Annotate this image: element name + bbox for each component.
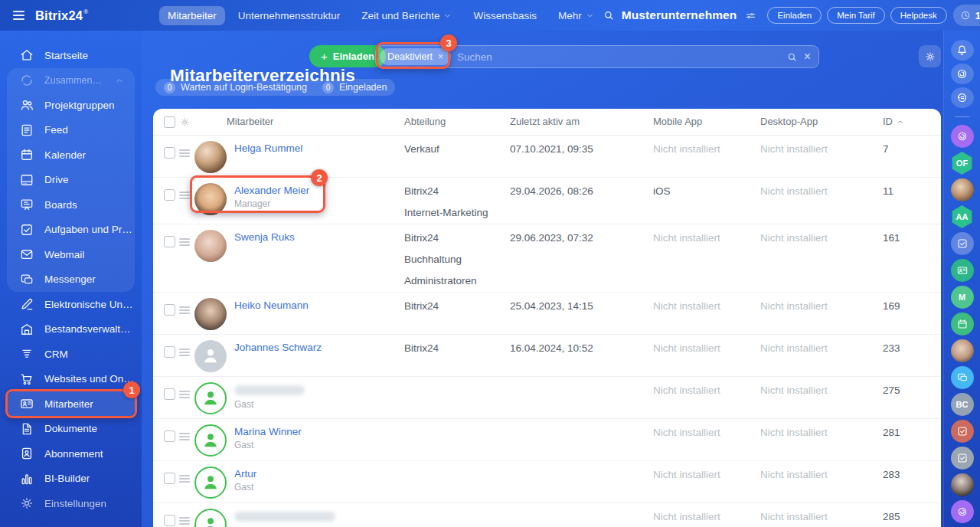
rail-tasks-item[interactable] <box>951 232 974 255</box>
drag-handle-icon[interactable] <box>179 306 194 314</box>
sidebar-item-zusammenarbeit[interactable]: Zusammenarbeit <box>7 68 135 93</box>
rail-tasks-item[interactable] <box>951 420 974 443</box>
menu-icon[interactable] <box>13 11 24 20</box>
search-icon[interactable] <box>786 51 798 63</box>
rail-chat-of[interactable]: OF <box>951 152 974 175</box>
row-checkbox[interactable] <box>164 346 175 358</box>
company-search[interactable]: Musterunternehmen <box>603 8 757 22</box>
sidebar-item-feed[interactable]: Feed <box>7 118 135 143</box>
employee-link[interactable]: Johannes Schwarz <box>234 341 322 355</box>
grid-settings-button[interactable] <box>919 45 941 67</box>
sidebar-item-einstellungen[interactable]: Einstellungen <box>7 491 135 516</box>
rail-chat-aa[interactable]: AA <box>951 205 974 228</box>
sidebar-item-projektgruppen[interactable]: Projektgruppen <box>7 93 135 118</box>
tab-wissensbasis[interactable]: Wissensbasis <box>465 6 545 25</box>
drag-handle-icon[interactable] <box>179 475 194 483</box>
avatar[interactable] <box>194 509 227 527</box>
time-widget[interactable]: 13:17 <box>953 5 980 26</box>
avatar[interactable] <box>194 298 227 330</box>
drag-handle-icon[interactable] <box>179 238 194 246</box>
rail-avatar[interactable] <box>951 473 974 496</box>
sidebar-item-crm[interactable]: CRM <box>7 342 135 367</box>
rail-avatar[interactable] <box>951 339 974 362</box>
rail-card-item[interactable] <box>951 259 974 282</box>
drag-handle-icon[interactable] <box>179 191 194 199</box>
row-checkbox[interactable] <box>164 304 175 316</box>
sidebar-item-bestandsverwaltung[interactable]: Bestandsverwaltung <box>7 317 135 342</box>
employee-link[interactable]: Artur <box>234 467 256 481</box>
employee-link[interactable]: Marina Winner <box>234 425 302 439</box>
rail-tasks-item[interactable] <box>951 447 974 470</box>
sidebar-item-mitarbeiter[interactable]: Mitarbeiter <box>7 391 135 417</box>
sidebar-item-bi-builder[interactable]: BI-Builder <box>7 466 135 492</box>
rail-copilot-item[interactable] <box>951 125 974 148</box>
row-checkbox[interactable] <box>164 236 175 247</box>
employee-link[interactable]: Helga Rummel <box>234 142 302 155</box>
filter-sliders-slot[interactable] <box>745 10 756 21</box>
column-header-mitarbeiter[interactable]: Mitarbeiter <box>194 109 404 127</box>
sidebar-item-startseite[interactable]: Startseite <box>7 43 135 68</box>
avatar[interactable] <box>194 230 227 262</box>
sidebar-item-aufgaben-und-projek[interactable]: Aufgaben und Projek... <box>7 218 135 243</box>
sidebar-item-webmail[interactable]: Webmail <box>7 242 135 267</box>
drag-handle-icon[interactable] <box>179 349 194 356</box>
column-header-desktop-app[interactable]: Desktop-App <box>760 109 883 127</box>
counter-warten-auf-login-bestätigung[interactable]: 0Warten auf Login-Bestätigung <box>164 82 307 93</box>
avatar[interactable] <box>194 424 227 457</box>
avatar[interactable] <box>194 340 227 372</box>
search-input[interactable] <box>451 51 786 63</box>
sidebar-item-websites-und-onlines[interactable]: Websites und Onlines... <box>7 367 135 392</box>
rail-chat-m[interactable]: M <box>951 286 974 309</box>
rail-copilot-button[interactable] <box>951 64 974 84</box>
pill-mein-tarif[interactable]: Mein Tarif <box>827 7 885 24</box>
employee-link[interactable]: Heiko Neumann <box>234 299 309 313</box>
sidebar-item-boards[interactable]: Boards <box>7 192 135 218</box>
row-checkbox[interactable] <box>164 189 175 201</box>
tab-mitarbeiter[interactable]: Mitarbeiter <box>159 6 225 25</box>
rail-history-button[interactable] <box>951 87 974 108</box>
sidebar-item-abonnement[interactable]: Abonnement <box>7 441 135 466</box>
drag-handle-icon[interactable] <box>179 149 194 157</box>
column-header-zuletzt-aktiv-am[interactable]: Zuletzt aktiv am <box>510 109 653 127</box>
avatar[interactable] <box>194 382 227 414</box>
clear-search-icon[interactable]: × <box>804 51 811 63</box>
row-checkbox[interactable] <box>164 147 175 159</box>
sidebar-item-drive[interactable]: Drive <box>7 168 135 193</box>
counter-eingeladen[interactable]: 0Eingeladen <box>322 82 387 93</box>
avatar[interactable] <box>194 141 227 173</box>
sidebar-item-dokumente[interactable]: Dokumente <box>7 417 135 442</box>
rail-copilot-item[interactable] <box>951 500 974 523</box>
drag-handle-icon[interactable] <box>179 391 194 398</box>
tab-unternehmensstruktur[interactable]: Unternehmensstruktur <box>230 6 349 25</box>
sidebar-item-kalender[interactable]: Kalender <box>7 142 135 168</box>
row-checkbox[interactable] <box>164 388 175 400</box>
drag-handle-icon[interactable] <box>179 433 194 440</box>
row-checkbox[interactable] <box>164 430 175 442</box>
employee-link[interactable]: Alexander Meier <box>234 184 309 198</box>
tab-zeit-und-berichte[interactable]: Zeit und Berichte <box>353 6 460 25</box>
pill-einladen[interactable]: Einladen <box>767 7 822 24</box>
drag-handle-icon[interactable] <box>179 517 194 525</box>
invite-button[interactable]: + Einladen <box>309 45 386 67</box>
column-header-abteilung[interactable]: Abteilung <box>404 109 510 127</box>
chip-close-icon[interactable]: × <box>438 51 443 62</box>
tab-mehr[interactable]: Mehr <box>550 6 603 25</box>
sidebar-item-elektronische-untersc[interactable]: Elektronische Untersc... <box>7 292 135 317</box>
select-all-checkbox[interactable] <box>164 116 175 128</box>
rail-calendar-item[interactable] <box>951 313 974 336</box>
rail-chat-bc[interactable]: BC <box>951 393 974 416</box>
logo[interactable]: Bitrix24® <box>35 8 88 23</box>
avatar[interactable] <box>194 183 227 215</box>
rail-bell-button[interactable] <box>951 40 974 61</box>
pill-helpdesk[interactable]: Helpdesk <box>890 7 947 24</box>
filter-chip-deaktiviert[interactable]: Deaktiviert × <box>380 48 451 65</box>
column-header-id[interactable]: ID <box>883 109 941 127</box>
rail-chat-item[interactable] <box>951 366 974 389</box>
row-checkbox[interactable] <box>164 515 175 526</box>
rail-avatar[interactable] <box>951 178 974 201</box>
avatar[interactable] <box>194 466 227 499</box>
sidebar-item-messenger[interactable]: Messenger <box>7 267 135 293</box>
column-header-mobile-app[interactable]: Mobile App <box>653 109 760 127</box>
row-checkbox[interactable] <box>164 473 175 484</box>
employee-link[interactable]: Swenja Ruks <box>234 231 295 244</box>
